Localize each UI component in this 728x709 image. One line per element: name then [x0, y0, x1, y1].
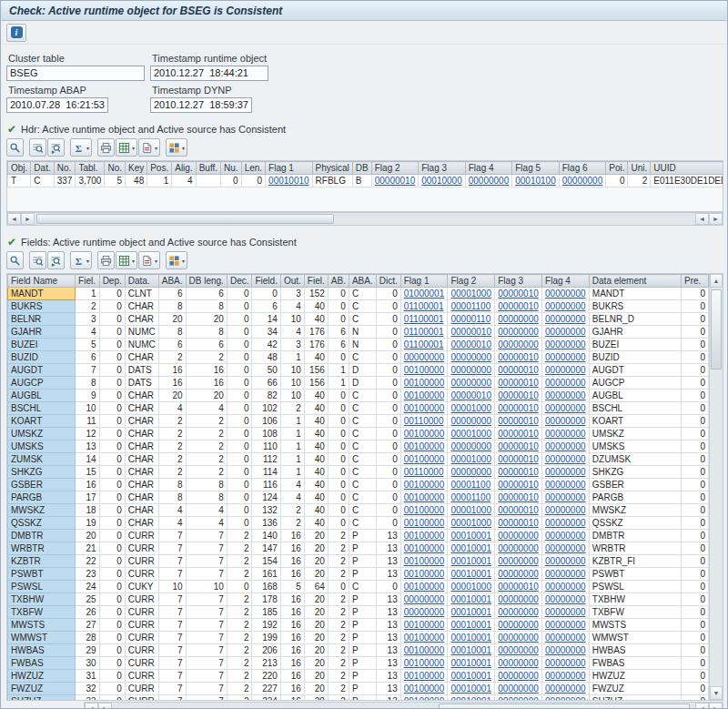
row-header-cell[interactable]: BUZEI — [8, 339, 76, 351]
flag-link[interactable]: 00000000 — [498, 594, 539, 604]
layout-button[interactable]: ▾ — [166, 251, 187, 269]
row-header-cell[interactable]: BUKRS — [8, 300, 76, 313]
flag-link[interactable]: 00100000 — [404, 658, 445, 668]
dropdown-arrow-icon[interactable]: ▾ — [182, 145, 185, 151]
column-header[interactable]: Flag 3 — [495, 275, 542, 288]
flag-link[interactable]: 00000010 — [498, 441, 539, 451]
flag-link[interactable]: 00000000 — [545, 492, 586, 502]
flag-link[interactable]: 00001000 — [450, 582, 491, 592]
flag-link[interactable]: 00000010 — [498, 403, 539, 413]
column-header[interactable]: Flag 2 — [448, 275, 495, 288]
find-button[interactable] — [29, 138, 46, 157]
column-header[interactable]: Fiel. — [304, 275, 328, 288]
row-header-cell[interactable]: KOART — [8, 415, 76, 428]
flag-link[interactable]: 00000000 — [545, 416, 586, 426]
flag-link[interactable]: 00000000 — [545, 569, 586, 579]
flag-link[interactable]: 00000000 — [498, 531, 539, 541]
flag-link[interactable]: 00000010 — [498, 505, 539, 515]
column-header[interactable]: DB — [352, 162, 371, 175]
flag-link[interactable]: 00000000 — [545, 531, 586, 541]
flag-link[interactable]: 00000010 — [498, 518, 539, 528]
flag-link[interactable]: 00000010 — [498, 492, 539, 502]
flag-link[interactable]: 00100000 — [404, 633, 445, 643]
row-header-cell[interactable]: AUGBL — [8, 390, 76, 402]
column-header[interactable]: Key — [125, 162, 147, 175]
dropdown-arrow-icon[interactable]: ▾ — [86, 258, 89, 264]
hdr-horizontal-scrollbar[interactable]: ◄ ► ◄ ► — [6, 212, 723, 226]
row-header-cell[interactable]: ZUMSK — [8, 453, 76, 466]
flag-link[interactable]: 00100000 — [404, 441, 445, 451]
scroll-down-arrow[interactable]: ▼ — [710, 686, 723, 700]
find-next-button[interactable] — [47, 251, 65, 269]
flag-link[interactable]: 00000010 — [498, 352, 539, 362]
flag-link[interactable]: 00100000 — [404, 518, 445, 528]
flag-link[interactable]: 00000000 — [545, 658, 586, 668]
flag-link[interactable]: 00100000 — [404, 671, 445, 681]
column-header[interactable]: Dict. — [376, 275, 400, 288]
flag-link[interactable]: 00100000 — [404, 569, 445, 579]
timestamp-runtime-field[interactable]: 2010.12.27 18:44:21 — [150, 66, 268, 81]
column-header[interactable]: Flag 1 — [266, 162, 313, 175]
row-header-cell[interactable]: BSCHL — [8, 402, 76, 415]
flag-link[interactable]: 00000000 — [545, 339, 586, 349]
flag-link[interactable]: 01100001 — [404, 314, 444, 324]
flag-link[interactable]: 00010010 — [268, 176, 309, 186]
row-header-cell[interactable]: UMSKS — [8, 441, 76, 453]
column-header[interactable]: Field. — [252, 275, 280, 288]
flag-link[interactable]: 00100000 — [404, 582, 445, 592]
column-header[interactable]: Out. — [280, 275, 304, 288]
row-header-cell[interactable]: FWBAS — [8, 657, 76, 670]
scrollbar-track[interactable] — [112, 703, 695, 709]
column-header[interactable]: DB leng. — [186, 275, 227, 288]
flag-link[interactable]: 00000000 — [545, 594, 586, 604]
flag-link[interactable]: 00010100 — [515, 176, 556, 186]
flag-link[interactable]: 00000010 — [498, 365, 539, 375]
flag-link[interactable]: 00010001 — [450, 556, 491, 566]
row-header-cell[interactable]: DMBTR — [8, 530, 76, 542]
flag-link[interactable]: 00000000 — [450, 378, 491, 388]
flag-link[interactable]: 00000000 — [545, 365, 586, 375]
scrollbar-thumb[interactable] — [36, 214, 334, 224]
flag-link[interactable]: 00000010 — [450, 339, 491, 349]
flag-link[interactable]: 00001100 — [450, 492, 490, 502]
flag-link[interactable]: 00010001 — [450, 696, 491, 701]
flag-link[interactable]: 00000000 — [545, 620, 586, 630]
flag-link[interactable]: 00001100 — [450, 301, 490, 311]
scroll-up-arrow[interactable]: ▲ — [710, 274, 723, 288]
scrollbar-thumb[interactable] — [711, 289, 722, 370]
vertical-scrollbar[interactable]: ▲ ▼ — [710, 273, 723, 701]
flag-link[interactable]: 00010001 — [450, 658, 491, 668]
row-header-cell[interactable]: MWSKZ — [8, 504, 76, 517]
column-header[interactable]: Len. — [241, 162, 265, 175]
flag-link[interactable]: 00001000 — [450, 505, 491, 515]
flag-link[interactable]: 00000000 — [404, 594, 445, 604]
flag-link[interactable]: 00010001 — [450, 671, 491, 681]
flag-link[interactable]: 00000000 — [545, 403, 586, 413]
flag-link[interactable]: 00000000 — [498, 684, 539, 694]
flag-link[interactable]: 00000000 — [498, 620, 539, 630]
print-button[interactable] — [97, 251, 115, 269]
flag-link[interactable]: 00000000 — [450, 416, 491, 426]
flag-link[interactable]: 00000000 — [545, 301, 586, 311]
timestamp-abap-field[interactable]: 2010.07.28 16:21:53 — [6, 97, 108, 113]
flag-link[interactable]: 00000000 — [498, 633, 539, 643]
scroll-left-arrow[interactable]: ◄ — [7, 213, 21, 225]
flag-link[interactable]: 00000010 — [498, 467, 539, 477]
flag-link[interactable]: 00100000 — [404, 684, 445, 694]
row-header-cell[interactable]: QSSKZ — [8, 517, 76, 530]
flag-link[interactable]: 00010001 — [450, 594, 491, 604]
flag-link[interactable]: 00000010 — [375, 176, 416, 186]
flag-link[interactable]: 00000000 — [545, 696, 586, 701]
row-header-cell[interactable]: WMWST — [8, 632, 76, 644]
flag-link[interactable]: 00000010 — [498, 416, 539, 426]
column-header[interactable]: Buff. — [196, 162, 220, 175]
row-header-cell[interactable]: SHKZG — [8, 466, 76, 479]
flag-link[interactable]: 00010001 — [450, 607, 491, 617]
flag-link[interactable]: 00010001 — [450, 684, 491, 694]
export-button[interactable]: ▾ — [116, 251, 137, 269]
info-button[interactable]: i — [6, 24, 26, 42]
flag-link[interactable]: 00000000 — [498, 569, 539, 579]
flag-link[interactable]: 00000000 — [545, 556, 586, 566]
fields-horizontal-scrollbar[interactable]: ◄ ► ◄ ► — [84, 702, 723, 709]
find-button[interactable] — [29, 251, 46, 269]
